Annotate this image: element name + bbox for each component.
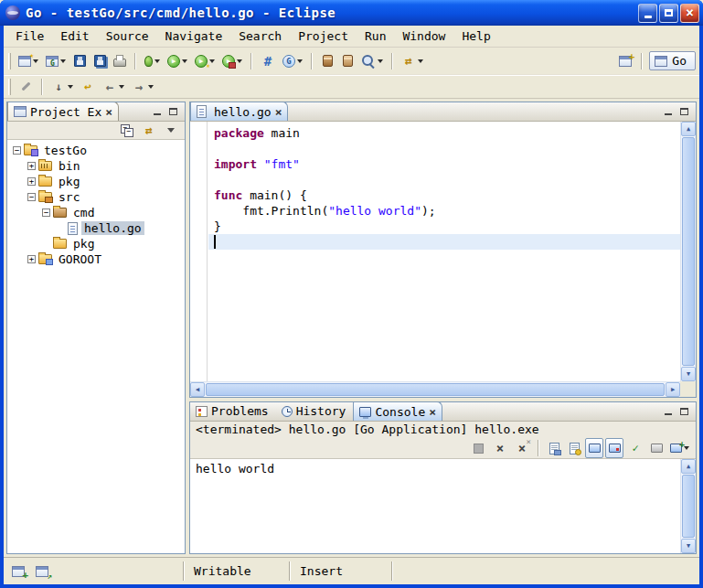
menu-file[interactable]: File (7, 27, 52, 45)
project-tree[interactable]: −testGo+bin+pkg−src−cmdhello.gopkg+GOROO… (7, 140, 185, 553)
dropdown-arrow-icon[interactable] (182, 59, 187, 63)
show-stderr-button[interactable] (605, 438, 623, 458)
menu-source[interactable]: Source (98, 27, 157, 45)
editor-body[interactable]: package mainimport "fmt"func main() { fm… (190, 122, 696, 397)
collapse-icon[interactable]: − (42, 208, 50, 217)
expand-icon[interactable]: + (27, 162, 36, 170)
search-button[interactable] (358, 51, 386, 71)
new-go-app-button[interactable] (258, 51, 278, 71)
close-tab-icon[interactable] (275, 105, 282, 119)
show-stdout-button[interactable] (585, 438, 603, 458)
toolbar-grip[interactable] (8, 53, 11, 69)
code-line[interactable]: package main (208, 125, 680, 141)
save-all-button[interactable] (91, 51, 109, 71)
save-button[interactable] (70, 51, 89, 71)
code-line[interactable] (208, 234, 680, 250)
scroll-right-button[interactable] (666, 382, 680, 397)
title-bar[interactable]: Go - testGo/src/cmd/hello.go - Eclipse (0, 0, 703, 26)
forward-button[interactable] (129, 77, 156, 97)
menu-search[interactable]: Search (230, 27, 290, 45)
minimize-button[interactable] (638, 4, 657, 23)
minimize-view-button[interactable] (661, 105, 675, 119)
dropdown-arrow-icon[interactable] (68, 85, 73, 89)
scroll-up-button[interactable] (681, 459, 696, 474)
menu-run[interactable]: Run (357, 27, 394, 45)
team-sync-button[interactable] (399, 51, 426, 71)
open-perspective-button[interactable] (616, 51, 634, 71)
code-line[interactable]: } (208, 219, 680, 234)
code-line[interactable]: fmt.Println("hello world"); (208, 203, 680, 219)
maximize-view-button[interactable] (677, 105, 691, 119)
code-line[interactable]: func main() { (208, 187, 680, 203)
minimize-view-button[interactable] (150, 105, 164, 119)
go-test-button[interactable] (280, 51, 305, 71)
last-edit-location-button[interactable] (78, 77, 98, 97)
tab-project-explorer[interactable]: Project Ex (7, 102, 119, 121)
tree-item-cmd[interactable]: −cmd (7, 205, 185, 220)
debug-button[interactable] (142, 51, 163, 71)
remove-all-launches-button[interactable] (512, 438, 532, 458)
clear-console-button[interactable] (545, 438, 563, 458)
code-line[interactable] (208, 141, 680, 156)
maximize-view-button[interactable] (166, 105, 180, 119)
go-trim-button[interactable] (33, 561, 51, 582)
editor-horizontal-scrollbar[interactable] (190, 381, 680, 397)
maximize-button[interactable] (659, 4, 678, 23)
expand-icon[interactable]: + (27, 255, 36, 263)
scrollbar-thumb[interactable] (682, 475, 695, 538)
tree-item-goroot[interactable]: +GOROOT (7, 251, 185, 267)
toolbar-grip[interactable] (8, 79, 11, 95)
scroll-up-button[interactable] (681, 122, 696, 136)
external-tools-button[interactable] (219, 51, 245, 71)
open-resource-button[interactable] (338, 51, 357, 71)
dropdown-arrow-icon[interactable] (154, 59, 160, 63)
collapse-all-button[interactable] (117, 121, 137, 141)
open-type-button[interactable] (318, 51, 336, 71)
terminate-button[interactable] (468, 438, 488, 458)
menu-project[interactable]: Project (290, 27, 357, 45)
code-line[interactable] (208, 172, 680, 187)
tree-item-testgo[interactable]: −testGo (7, 143, 185, 158)
scroll-down-button[interactable] (681, 367, 696, 381)
tree-item-pkg[interactable]: pkg (7, 236, 185, 251)
tab-history[interactable]: History (276, 401, 352, 421)
scroll-lock-button[interactable] (565, 438, 583, 458)
console-output-area[interactable]: hello world (190, 459, 696, 553)
menu-edit[interactable]: Edit (52, 27, 97, 45)
dropdown-arrow-icon[interactable] (60, 59, 66, 63)
collapse-icon[interactable]: − (13, 146, 21, 155)
code-line[interactable]: import "fmt" (208, 156, 680, 172)
display-selected-console-button[interactable] (647, 438, 666, 458)
minimize-view-button[interactable] (661, 405, 675, 419)
dropdown-arrow-icon[interactable] (237, 59, 242, 63)
next-annotation-button[interactable] (48, 77, 76, 97)
menu-navigate[interactable]: Navigate (157, 27, 231, 45)
code-area[interactable]: package mainimport "fmt"func main() { fm… (208, 122, 680, 381)
collapse-icon[interactable]: − (27, 193, 36, 201)
open-console-button[interactable] (667, 438, 692, 458)
tab-console[interactable]: Console (353, 401, 442, 421)
scroll-down-button[interactable] (681, 539, 696, 553)
print-button[interactable] (111, 51, 129, 71)
dropdown-arrow-icon[interactable] (148, 85, 154, 89)
pin-console-button[interactable] (625, 438, 645, 458)
menu-help[interactable]: Help (453, 27, 498, 45)
scrollbar-thumb[interactable] (206, 383, 665, 396)
dropdown-arrow-icon[interactable] (33, 59, 38, 63)
view-menu-button[interactable] (161, 121, 181, 141)
tree-item-hello-go[interactable]: hello.go (7, 220, 185, 236)
console-vertical-scrollbar[interactable] (680, 459, 696, 553)
tree-item-bin[interactable]: +bin (7, 158, 185, 174)
link-editor-button[interactable] (139, 121, 159, 141)
close-tab-icon[interactable] (105, 105, 112, 119)
close-tab-icon[interactable] (429, 405, 436, 419)
scroll-left-button[interactable] (190, 382, 205, 397)
run-last-button[interactable] (192, 51, 218, 71)
dropdown-arrow-icon[interactable] (297, 59, 303, 63)
tree-item-pkg[interactable]: +pkg (7, 174, 185, 189)
remove-launch-button[interactable] (490, 438, 510, 458)
fast-view-button[interactable] (9, 561, 27, 582)
new-wizard-button[interactable] (16, 51, 41, 71)
close-button[interactable] (680, 4, 699, 23)
dropdown-arrow-icon[interactable] (119, 85, 124, 89)
